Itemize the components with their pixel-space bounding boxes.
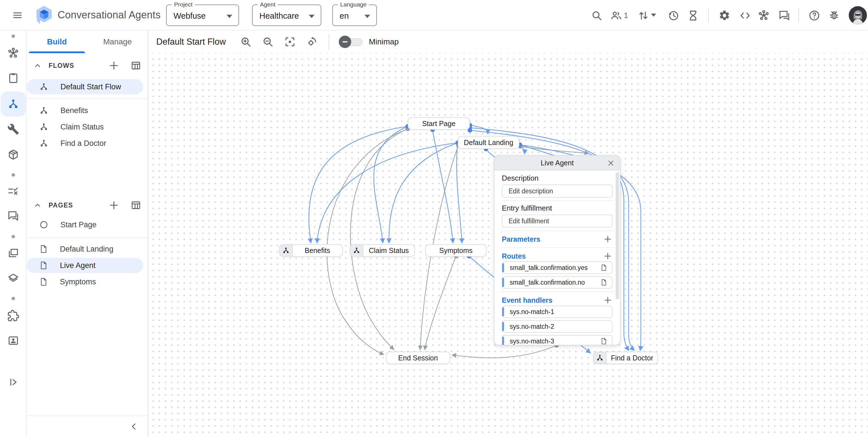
reset-view-icon[interactable] [303,33,321,51]
minimap-toggle[interactable] [339,36,365,48]
node-symptoms[interactable]: Symptoms [425,244,487,257]
sort-versions-icon[interactable] [635,7,652,24]
canvas-toolbar: Default Start Flow Minima [148,31,868,53]
sidebar-item-default-start-flow[interactable]: Default Start Flow [27,79,143,94]
app-title: Conversational Agents [58,9,160,21]
add-flow-icon[interactable] [107,59,120,72]
zoom-in-icon[interactable] [237,33,255,51]
rail-item-clipboard-icon[interactable] [1,65,26,90]
bug-report-icon[interactable] [826,7,842,24]
routes-link[interactable]: Routes [502,252,526,260]
fulfillment-field[interactable]: Edit fulfillment [502,214,613,228]
collaborators-icon[interactable] [608,7,624,24]
parameters-link[interactable]: Parameters [502,235,540,243]
node-label: Default Landing [458,139,519,147]
sidebar-item-benefits[interactable]: Benefits [27,104,148,118]
add-route-icon[interactable] [603,251,613,261]
flow-item-label: Find a Doctor [60,139,106,148]
feedback-chat-icon[interactable] [776,7,793,24]
add-parameter-icon[interactable] [603,234,613,244]
agent-select-label: Agent [258,1,278,8]
node-claim-status[interactable]: Claim Status [350,244,415,257]
node-label: Find a Doctor [607,354,657,362]
help-icon[interactable] [806,7,823,24]
node-benefits[interactable]: Benefits [279,244,343,257]
node-find-a-doctor[interactable]: Find a Doctor [593,352,658,364]
language-select[interactable]: Language en [332,4,377,26]
page-icon [600,338,608,345]
rail-item-package-icon[interactable] [1,142,26,167]
rail-item-conversations-icon[interactable] [1,204,26,228]
sidebar-item-default-landing[interactable]: Default Landing [27,242,148,256]
chevron-down-icon[interactable] [651,13,656,17]
tab-manage[interactable]: Manage [87,31,148,53]
center-focus-icon[interactable] [281,33,299,51]
sidebar-item-claim-status[interactable]: Claim Status [27,120,148,134]
event-handler-label: sys.no-match-1 [510,308,554,316]
pending-hourglass-icon[interactable] [685,7,701,24]
event-handler-item[interactable]: sys.no-match-2 [502,320,613,333]
parameters-row: Parameters [502,234,613,244]
rail-expand-panel-icon[interactable] [1,370,26,395]
sidebar-item-symptoms[interactable]: Symptoms [27,275,148,289]
sidebar-item-live-agent[interactable]: Live Agent [27,258,143,273]
close-icon[interactable] [606,158,616,168]
zoom-out-icon[interactable] [259,33,277,51]
collapse-sidebar-chevron-icon[interactable] [129,421,139,432]
top-app-bar: Conversational Agents Project Webfuse Ag… [0,0,868,31]
language-select-value: en [340,11,349,21]
project-select[interactable]: Project Webfuse [166,4,239,26]
tab-build[interactable]: Build [27,31,87,53]
flow-graph-viewport[interactable]: Start Page Default Landing Benefits Clai… [148,53,868,437]
sidebar-item-find-a-doctor[interactable]: Find a Doctor [27,136,148,150]
node-default-landing[interactable]: Default Landing [458,136,519,149]
route-item[interactable]: small_talk.confirmation.no [502,276,613,289]
description-field[interactable]: Edit description [502,184,613,198]
sidebar-item-start-page[interactable]: Start Page [27,217,148,232]
add-event-handler-icon[interactable] [603,295,613,305]
chevron-down-icon [227,15,232,18]
event-handlers-link[interactable]: Event handlers [502,296,552,304]
page-item-label: Start Page [60,221,97,229]
flow-canvas-area: Default Start Flow Minima [148,31,868,437]
rail-item-integrations-puzzle-icon[interactable] [1,303,26,328]
rail-item-flows-icon[interactable] [1,92,26,116]
rail-item-pages-windows-icon[interactable] [1,240,26,265]
hub-icon[interactable] [755,7,772,24]
rail-item-layers-icon[interactable] [1,266,26,291]
pages-section-header: PAGES [27,199,148,211]
node-end-session[interactable]: End Session [386,352,450,364]
panel-scrollbar[interactable] [616,172,619,299]
minimap-label: Minimap [369,37,399,46]
rail-item-agent-hub-icon[interactable] [1,41,26,65]
code-icon[interactable] [737,7,753,24]
menu-icon[interactable] [10,7,25,23]
node-label: Start Page [408,120,469,128]
search-icon[interactable] [589,7,605,24]
settings-gear-icon[interactable] [716,7,733,24]
page-icon [39,244,48,254]
page-icon [600,264,608,271]
rail-item-test-checklist-icon[interactable] [1,179,26,204]
panel-header[interactable]: Live Agent [494,156,620,170]
chevron-up-icon[interactable] [33,200,42,210]
event-handler-item[interactable]: sys.no-match-1 [502,305,613,318]
flows-section-header: FLOWS [27,59,148,72]
event-handler-item[interactable]: sys.no-match-3 [502,335,613,345]
pages-table-view-icon[interactable] [130,199,142,211]
page-icon [39,261,48,270]
language-select-label: Language [338,1,369,8]
route-item[interactable]: small_talk.confirmation.yes [502,261,613,274]
node-start-page[interactable]: Start Page [408,117,470,130]
chevron-up-icon[interactable] [33,61,42,70]
flow-item-label: Benefits [60,106,88,115]
agent-select[interactable]: Agent Healthcare [252,4,321,26]
flow-icon [39,122,49,132]
sidebar-divider [27,98,148,99]
rail-item-contacts-icon[interactable] [1,328,26,353]
history-icon[interactable] [665,7,682,24]
rail-item-tools-wrench-icon[interactable] [1,117,26,142]
add-page-icon[interactable] [107,199,120,211]
flows-table-view-icon[interactable] [130,59,142,72]
user-avatar[interactable] [849,6,867,24]
